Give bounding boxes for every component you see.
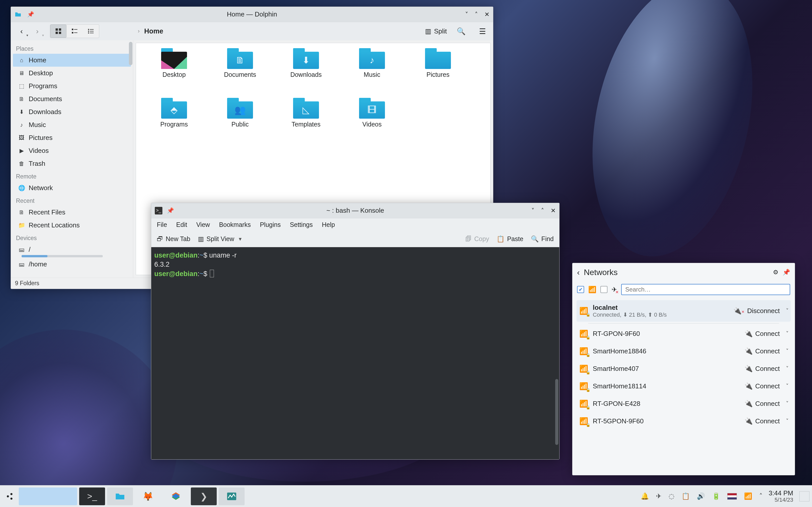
task-terminal[interactable]: ❯ <box>191 488 217 505</box>
folder-public[interactable]: 👥 Public <box>207 98 273 148</box>
find-button[interactable]: 🔍Find <box>531 235 554 242</box>
task-onlyoffice[interactable] <box>163 488 189 505</box>
sidebar-item-programs[interactable]: ⬚Programs <box>13 79 131 93</box>
application-launcher[interactable] <box>3 489 18 504</box>
konsole-titlebar[interactable]: >_ 📌 ~ : bash — Konsole ˅ ˄ ✕ <box>151 203 559 218</box>
hamburger-menu-button[interactable]: ☰ <box>475 24 490 38</box>
dolphin-titlebar[interactable]: 📌 Home — Dolphin ˅ ˄ ✕ <box>11 7 493 22</box>
network-tray-icon[interactable]: 📶 <box>744 492 752 500</box>
task-dolphin[interactable] <box>107 488 133 505</box>
checkbox-airplane[interactable]: ✔ <box>600 286 607 293</box>
close-button[interactable]: ✕ <box>485 11 490 18</box>
pin-icon[interactable]: 📌 <box>27 11 34 18</box>
expand-button[interactable]: ˅ <box>786 400 789 407</box>
network-row[interactable]: 📶🔒 SmartHome18846 🔌Connect ˅ <box>576 342 791 360</box>
expand-button[interactable]: ˅ <box>786 331 789 337</box>
folder-templates[interactable]: ◺ Templates <box>273 98 339 148</box>
pin-icon[interactable]: 📌 <box>167 207 174 214</box>
connect-button[interactable]: 🔌Connect <box>745 330 780 338</box>
compact-view-button[interactable] <box>66 24 83 38</box>
terminal-area[interactable]: user@debian:~$ uname -r 6.3.2 user@debia… <box>151 247 559 459</box>
connect-button[interactable]: 🔌Connect <box>745 382 780 390</box>
paste-button[interactable]: 📋Paste <box>497 235 523 242</box>
back-button[interactable]: ‹ <box>577 268 580 277</box>
sidebar-item-desktop[interactable]: 🖥Desktop <box>13 67 131 79</box>
show-desktop-button[interactable] <box>799 491 809 501</box>
icons-view-button[interactable] <box>50 24 66 38</box>
sidebar-item-root[interactable]: 🖴/ <box>13 243 131 254</box>
menu-plugins[interactable]: Plugins <box>260 221 281 228</box>
sidebar-item-home[interactable]: ⌂Home <box>13 54 131 67</box>
connect-button[interactable]: 🔌Connect <box>745 365 780 373</box>
sidebar-item-downloads[interactable]: ⬇Downloads <box>13 105 131 118</box>
sidebar-item-network[interactable]: 🌐Network <box>13 181 131 194</box>
connect-button[interactable]: 🔌Connect <box>745 400 780 408</box>
task-firefox[interactable]: 🦊 <box>135 488 161 505</box>
search-button[interactable]: 🔍 <box>454 24 468 38</box>
new-tab-button[interactable]: 🗗New Tab <box>157 235 190 242</box>
network-search-input[interactable] <box>621 284 790 295</box>
folder-documents[interactable]: 🗎 Documents <box>207 48 273 98</box>
expand-button[interactable]: ˅ <box>786 365 789 372</box>
checkbox-enable-wifi[interactable]: ✔ <box>577 286 584 293</box>
sidebar-item-home-mount[interactable]: 🖴/home <box>13 258 131 271</box>
copy-button[interactable]: 🗐Copy <box>465 235 489 242</box>
task-pager[interactable] <box>19 488 77 505</box>
sidebar-item-recent-locations[interactable]: 📁Recent Locations <box>13 219 131 232</box>
folder-downloads[interactable]: ⬇ Downloads <box>273 48 339 98</box>
sidebar-item-pictures[interactable]: 🖼Pictures <box>13 131 131 144</box>
expand-button[interactable]: ˅ <box>786 418 789 425</box>
sidebar-item-recent-files[interactable]: 🗎Recent Files <box>13 206 131 219</box>
minimize-button[interactable]: ˅ <box>465 11 468 18</box>
minimize-button[interactable]: ˅ <box>531 207 535 214</box>
back-button[interactable]: ‹ <box>14 24 29 38</box>
menu-file[interactable]: File <box>157 221 167 228</box>
sidebar-item-music[interactable]: ♪Music <box>13 118 131 131</box>
menu-settings[interactable]: Settings <box>290 221 313 228</box>
maximize-button[interactable]: ˄ <box>541 207 544 214</box>
close-button[interactable]: ✕ <box>551 207 556 214</box>
split-view-button[interactable]: ▥Split View▾ <box>198 235 242 242</box>
notifications-icon[interactable]: 🔔 <box>641 492 649 500</box>
volume-icon[interactable]: 🔊 <box>697 492 705 500</box>
split-button[interactable]: ▥ Split <box>425 27 447 35</box>
tray-expand-icon[interactable]: ˄ <box>759 492 763 500</box>
task-konsole[interactable]: >_ <box>79 488 105 505</box>
steam-tray-icon[interactable]: ◌ <box>669 492 674 500</box>
settings-sliders-icon[interactable]: ⚙ <box>773 269 778 276</box>
telegram-tray-icon[interactable]: ✈ <box>656 492 662 500</box>
sidebar-item-trash[interactable]: 🗑Trash <box>13 157 131 170</box>
connect-button[interactable]: 🔌Connect <box>745 347 780 355</box>
folder-pictures[interactable]: Pictures <box>405 48 471 98</box>
breadcrumb[interactable]: › Home <box>138 27 163 35</box>
sidebar-item-videos[interactable]: ▶Videos <box>13 144 131 157</box>
network-row[interactable]: 📶🔒 RT-GPON-E428 🔌Connect ˅ <box>576 395 791 412</box>
details-view-button[interactable] <box>83 24 99 38</box>
menu-bookmarks[interactable]: Bookmarks <box>219 221 251 228</box>
breadcrumb-home[interactable]: Home <box>144 27 163 35</box>
folder-music[interactable]: ♪ Music <box>339 48 405 98</box>
terminal-scrollbar[interactable] <box>555 379 558 445</box>
folder-videos[interactable]: 🎞 Videos <box>339 98 405 148</box>
expand-button[interactable]: ˅ <box>786 308 789 314</box>
menu-view[interactable]: View <box>196 221 210 228</box>
menu-edit[interactable]: Edit <box>176 221 187 228</box>
clock[interactable]: 3:44 PM 5/14/23 <box>765 490 797 502</box>
network-row[interactable]: 📶🔒 RT-5GPON-9F60 🔌Connect ˅ <box>576 412 791 430</box>
expand-button[interactable]: ˅ <box>786 383 789 390</box>
forward-button[interactable]: › <box>30 24 44 38</box>
connect-button[interactable]: 🔌Connect <box>745 417 780 425</box>
disconnect-button[interactable]: 🔌✕Disconnect <box>733 307 780 315</box>
sidebar-item-documents[interactable]: 🗎Documents <box>13 93 131 105</box>
pin-icon[interactable]: 📌 <box>782 269 790 276</box>
expand-button[interactable]: ˅ <box>786 348 789 355</box>
network-row[interactable]: 📶🔒 SmartHome407 🔌Connect ˅ <box>576 360 791 378</box>
network-row[interactable]: 📶🔒 SmartHome18114 🔌Connect ˅ <box>576 378 791 395</box>
clipboard-tray-icon[interactable]: 📋 <box>681 492 690 500</box>
menu-help[interactable]: Help <box>322 221 335 228</box>
battery-icon[interactable]: 🔋 <box>712 492 720 500</box>
keyboard-layout-us-icon[interactable] <box>727 493 737 500</box>
folder-desktop[interactable]: Desktop <box>141 48 207 98</box>
network-row-connected[interactable]: 📶🔒 localnet Connected, ⬇ 21 B/s, ⬆ 0 B/s… <box>576 300 791 322</box>
folder-programs[interactable]: ⬘ Programs <box>141 98 207 148</box>
